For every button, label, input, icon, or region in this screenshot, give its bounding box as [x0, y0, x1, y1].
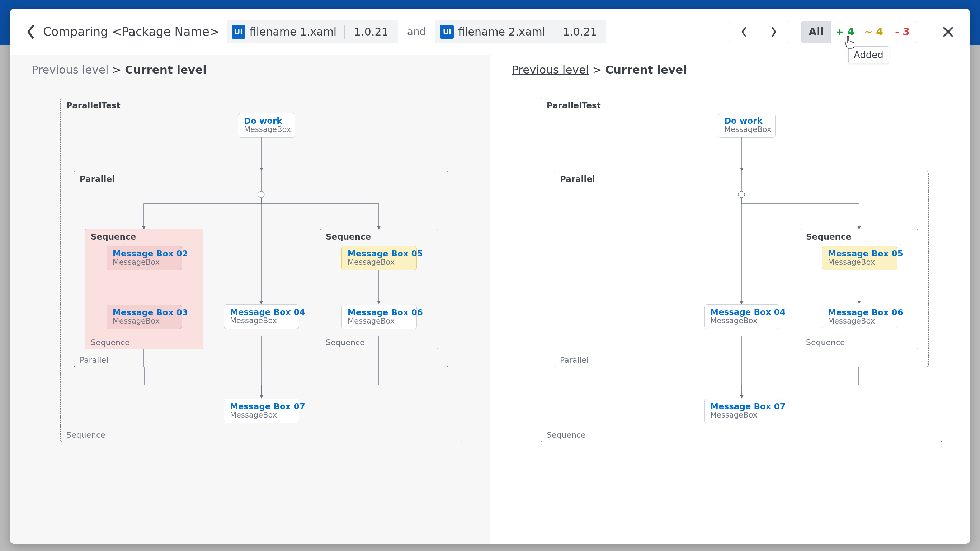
compare-body: Previous level > Current level ParallelT… — [10, 55, 970, 544]
file-chip-left: Ui filename 1.xaml 1.0.21 — [227, 21, 398, 43]
container-parallel[interactable]: Parallel Parallel — [73, 171, 449, 367]
activity-mb05[interactable]: Message Box 05 MessageBox — [342, 246, 417, 271]
sequence-right[interactable]: Sequence Sequence Message Box 05 Message… — [320, 229, 438, 349]
container-bottom-label: Sequence — [547, 430, 586, 440]
previous-level-link[interactable]: Previous level — [512, 63, 589, 76]
activity-mb02[interactable]: Message Box 02 MessageBox — [107, 246, 182, 271]
sequence-bottom-label: Sequence — [326, 338, 365, 347]
activity-mb04[interactable]: Message Box 04 MessageBox — [224, 304, 299, 329]
activity-mb06[interactable]: Message Box 06 MessageBox — [342, 304, 417, 329]
current-level-label: Current level — [605, 63, 687, 76]
pointer-cursor-icon — [845, 35, 855, 49]
previous-level-link[interactable]: Previous level — [32, 63, 109, 76]
nav-group — [729, 21, 788, 43]
activity-mb04[interactable]: Message Box 04 MessageBox — [704, 304, 780, 329]
activity-do-work[interactable]: Do work MessageBox — [718, 113, 776, 138]
container-paralleltest[interactable]: ParallelTest Sequence Do work MessageBox… — [541, 97, 942, 442]
file-chip-right: Ui filename 2.xaml 1.0.21 — [435, 21, 606, 43]
parallel-label: Parallel — [80, 174, 115, 184]
file-version-left: 1.0.21 — [345, 25, 398, 38]
next-diff-button[interactable] — [759, 21, 788, 43]
right-pane: Previous level > Current level ParallelT… — [490, 55, 970, 544]
container-bottom-label: Sequence — [66, 430, 105, 440]
svg-marker-21 — [740, 167, 744, 171]
close-icon[interactable] — [942, 26, 954, 38]
svg-marker-22 — [740, 395, 744, 398]
sequence-bottom-label: Sequence — [91, 338, 130, 347]
parallel-label: Parallel — [560, 174, 595, 184]
sequence-removed[interactable]: Sequence Sequence Message Box 02 Message… — [85, 229, 203, 349]
file-version-right: 1.0.21 — [554, 25, 606, 38]
ui-icon: Ui — [232, 25, 245, 39]
activity-mb03[interactable]: Message Box 03 MessageBox — [107, 304, 182, 329]
parallel-bottom-label: Parallel — [560, 355, 589, 365]
file-name-right: filename 2.xaml — [458, 25, 553, 38]
container-label: ParallelTest — [547, 101, 601, 110]
compare-header: Comparing <Package Name> Ui filename 1.x… — [10, 9, 970, 55]
container-label: ParallelTest — [66, 101, 121, 110]
activity-mb06[interactable]: Message Box 06 MessageBox — [822, 304, 897, 329]
breadcrumb: Previous level > Current level — [32, 63, 468, 76]
and-label: and — [407, 26, 426, 38]
svg-marker-12 — [260, 167, 263, 171]
filter-group: All + 4 ~ 4 - 3 — [801, 21, 917, 43]
current-level-label: Current level — [125, 63, 207, 76]
svg-point-3 — [258, 191, 264, 197]
svg-marker-13 — [260, 395, 263, 398]
sequence-label: Sequence — [806, 232, 851, 241]
ui-icon: Ui — [440, 25, 454, 39]
prev-diff-button[interactable] — [729, 21, 759, 43]
left-pane: Previous level > Current level ParallelT… — [10, 55, 490, 544]
container-parallel[interactable]: Parallel Parallel — [554, 171, 929, 367]
sequence-bottom-label: Sequence — [806, 338, 845, 347]
parallel-bottom-label: Parallel — [80, 355, 108, 365]
container-paralleltest[interactable]: ParallelTest Sequence Do work MessageBox… — [60, 97, 462, 442]
activity-mb07[interactable]: Message Box 07 MessageBox — [224, 398, 299, 423]
sequence-label: Sequence — [91, 232, 136, 241]
breadcrumb: Previous level > Current level — [512, 63, 948, 76]
file-name-left: filename 1.xaml — [250, 25, 345, 38]
filter-all-button[interactable]: All — [802, 21, 830, 43]
compare-modal: Comparing <Package Name> Ui filename 1.x… — [10, 9, 970, 544]
sequence-right[interactable]: Sequence Sequence Message Box 05 Message… — [800, 229, 918, 349]
sequence-label: Sequence — [326, 232, 371, 241]
svg-point-15 — [738, 191, 745, 197]
compare-title: Comparing <Package Name> — [43, 25, 220, 39]
back-icon[interactable] — [26, 24, 36, 40]
filter-modified-button[interactable]: ~ 4 — [859, 21, 888, 43]
filter-removed-button[interactable]: - 3 — [888, 21, 916, 43]
activity-mb07[interactable]: Message Box 07 MessageBox — [704, 398, 780, 423]
activity-do-work[interactable]: Do work MessageBox — [238, 113, 295, 138]
activity-mb05[interactable]: Message Box 05 MessageBox — [822, 246, 897, 271]
